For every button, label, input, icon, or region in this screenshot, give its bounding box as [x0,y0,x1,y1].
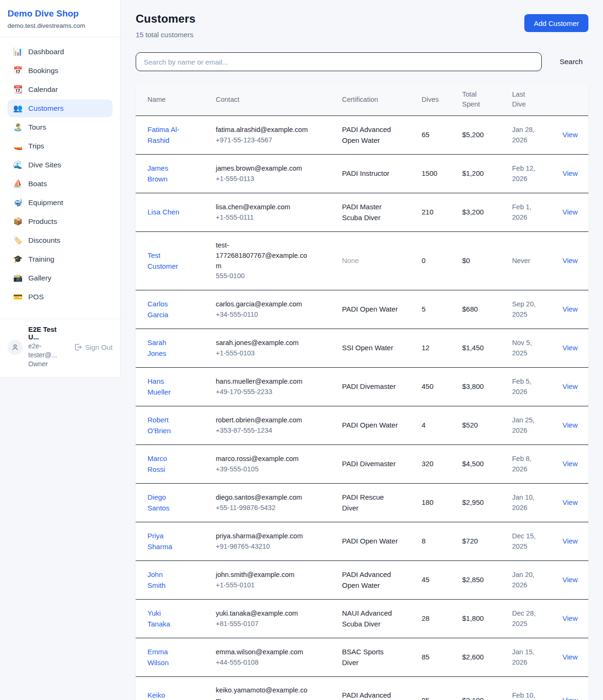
user-email: e2e-tester@... [28,342,68,360]
customer-dives: 8 [410,522,450,561]
customer-dives: 450 [410,368,450,406]
customer-total-spent: $3,800 [450,368,500,406]
view-customer-link[interactable]: View [562,421,578,429]
view-customer-link[interactable]: View [562,460,578,468]
customer-email: carlos.garcia@example.com [216,299,309,310]
search-input[interactable] [136,52,542,71]
view-customer-link[interactable]: View [562,169,578,177]
page-title: Customers [136,12,196,25]
customer-name-link[interactable]: Keiko Yamamoto [147,691,181,700]
customer-name-link[interactable]: Priya Sharma [147,532,172,551]
customer-last-dive: Dec 28, 2025 [500,600,551,638]
customer-name-link[interactable]: Hans Mueller [147,377,171,396]
view-customer-link[interactable]: View [562,382,578,390]
customer-name-link[interactable]: Sarah Jones [147,338,166,357]
customer-name-link[interactable]: Lisa Chen [147,208,179,216]
customer-row: Robert O'Brien robert.obrien@example.com… [136,406,588,445]
customer-dives: 210 [410,193,450,232]
col-header-actions [551,83,588,116]
sidebar-item-dashboard[interactable]: 📊 Dashboard [8,43,113,61]
sidebar-item-dive-sites[interactable]: 🌊 Dive Sites [8,156,113,174]
customer-row: Fatima Al-Rashid fatima.alrashid@example… [136,116,588,155]
customer-dives: 65 [410,116,450,155]
sign-out-button[interactable]: Sign Out [74,343,113,351]
customer-phone: +44-555-0108 [216,658,309,668]
view-customer-link[interactable]: View [562,498,578,506]
customer-last-dive: Feb 1, 2026 [500,193,551,232]
tearoff-calendar-icon: 📆 [13,86,23,93]
sidebar-item-products[interactable]: 📦 Products [8,213,113,231]
customer-last-dive: Dec 15, 2025 [500,522,551,561]
view-customer-link[interactable]: View [562,208,578,216]
customer-email: priya.sharma@example.com [216,531,309,542]
customer-row: Lisa Chen lisa.chen@example.com +1-555-0… [136,193,588,232]
sidebar-item-training[interactable]: 🎓 Training [8,250,113,268]
customer-name-link[interactable]: Emma Wilson [147,648,169,667]
customer-dives: 0 [410,232,450,290]
customer-phone: +971-55-123-4567 [216,135,309,146]
customer-email: hans.mueller@example.com [216,377,309,387]
diving-mask-icon: 🤿 [13,199,23,206]
customer-certification: PADI Instructor [342,169,390,177]
person-icon [11,344,19,351]
customer-total-spent: $1,800 [450,600,500,638]
sailboat-icon: ⛵ [13,180,23,188]
customer-total-spent: $1,450 [450,329,500,368]
customer-name-link[interactable]: Carlos Garcia [147,300,168,319]
search-button[interactable]: Search [554,58,588,66]
sidebar-item-calendar[interactable]: 📆 Calendar [8,81,113,99]
sidebar-item-boats[interactable]: ⛵ Boats [8,175,113,193]
sidebar-item-discounts[interactable]: 🏷️ Discounts [8,231,113,249]
customer-name-link[interactable]: James Brown [147,164,168,183]
customer-name-link[interactable]: Robert O'Brien [147,416,171,435]
customer-total-spent: $4,500 [450,445,500,484]
view-customer-link[interactable]: View [562,344,578,352]
customer-last-dive: Sep 20, 2025 [500,290,551,329]
customers-table-card: Name Contact Certification Dives Total S… [136,83,588,700]
customer-row: James Brown james.brown@example.com +1-5… [136,155,588,193]
shop-header: Demo Dive Shop demo.test.divestreams.com [0,0,120,37]
customer-email: test-1772681807767@example.com [216,240,309,271]
sidebar-item-tours[interactable]: 🏝️ Tours [8,118,113,136]
customer-last-dive: Jan 15, 2026 [500,638,551,677]
view-customer-link[interactable]: View [562,653,578,661]
customer-dives: 28 [410,600,450,638]
customer-name-link[interactable]: Diego Santos [147,493,170,512]
customer-email: james.brown@example.com [216,164,309,174]
sidebar-item-bookings[interactable]: 📅 Bookings [8,62,113,80]
customer-total-spent: $5,200 [450,116,500,155]
customer-dives: 85 [410,638,450,677]
view-customer-link[interactable]: View [562,537,578,545]
view-customer-link[interactable]: View [562,305,578,313]
customer-last-dive: Feb 12, 2026 [500,155,551,193]
customer-email: marco.rossi@example.com [216,454,309,464]
sidebar-item-equipment[interactable]: 🤿 Equipment [8,194,113,212]
view-customer-link[interactable]: View [562,614,578,622]
wave-icon: 🌊 [13,161,23,169]
customer-name-link[interactable]: Fatima Al-Rashid [147,125,179,144]
customer-email: emma.wilson@example.com [216,647,309,658]
page-header: Customers 15 total customers Add Custome… [136,12,588,39]
customer-certification: NAUI Advanced Scuba Diver [342,609,392,628]
view-customer-link[interactable]: View [562,256,578,264]
sidebar-item-pos[interactable]: 💳 POS [8,288,113,306]
add-customer-button[interactable]: Add Customer [524,14,588,32]
camera-icon: 📸 [13,274,23,282]
customer-name-link[interactable]: Marco Rossi [147,454,167,473]
view-customer-link[interactable]: View [562,576,578,584]
user-role: Owner [28,360,68,369]
customer-certification: PADI Rescue Diver [342,493,384,512]
sidebar-item-customers[interactable]: 👥 Customers [8,99,113,117]
view-customer-link[interactable]: View [562,696,578,700]
customer-dives: 5 [410,290,450,329]
sidebar-item-gallery[interactable]: 📸 Gallery [8,269,113,287]
customer-name-link[interactable]: Yuki Tanaka [147,609,170,628]
customer-name-link[interactable]: Test Customer [147,251,178,270]
customer-name-link[interactable]: John Smith [147,570,165,589]
customer-phone: +34-555-0110 [216,310,309,320]
sidebar-item-trips[interactable]: 🚤 Trips [8,137,113,155]
customer-dives: 180 [410,484,450,522]
customer-dives: 4 [410,406,450,445]
customer-email: yuki.tanaka@example.com [216,609,309,619]
view-customer-link[interactable]: View [562,131,578,139]
